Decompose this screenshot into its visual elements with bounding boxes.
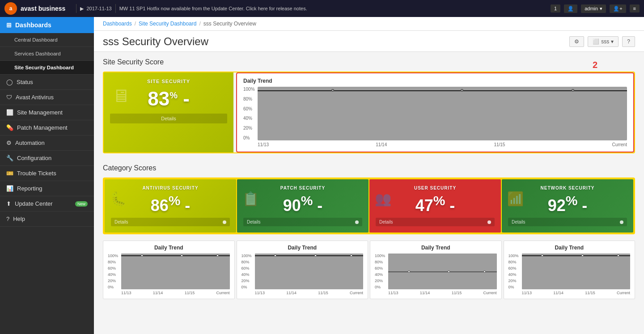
- antivirus-card-icon: 🐛: [110, 191, 127, 207]
- sidebar-item-label: Site Security Dashboard: [14, 65, 74, 70]
- mini-chart-inner-patch: [255, 254, 364, 289]
- mini-dot-2: [181, 254, 183, 257]
- score-number: 83: [148, 88, 169, 110]
- sidebar-item-label: Update Center: [15, 200, 53, 207]
- sidebar-item-site-management[interactable]: ⬜ Site Management: [0, 105, 94, 120]
- chart-y-labels: 100% 80% 60% 40% 20% 0%: [243, 87, 257, 140]
- mini-x-labels-antivirus: 11/13 11/14 11/15 Current: [121, 291, 230, 295]
- site-security-card-icon: 🖥: [112, 86, 130, 106]
- sidebar-item-patch-management[interactable]: 💊 Patch Management: [0, 120, 94, 135]
- mini-chart-user: 100% 80% 60% 40% 20% 0%: [375, 254, 497, 289]
- site-security-score-section: Site Security Score SITE SECURITY 🖥 83% …: [94, 52, 644, 164]
- mini-chart-inner-network: [522, 254, 631, 289]
- logo: a avast business: [4, 2, 65, 15]
- score-suffix: -: [178, 88, 190, 110]
- mini-dot-2: [581, 254, 584, 257]
- chart-dot-2: [461, 89, 463, 92]
- sidebar-item-configuration[interactable]: 🔧 Configuration: [0, 151, 94, 166]
- settings-btn[interactable]: ⚙: [569, 36, 584, 47]
- category-cards-wrapper: ANTIVIRUS SECURITY 🐛 86% - Details PATCH…: [103, 178, 635, 234]
- patch-security-card: PATCH SECURITY 📋 90% - Details: [237, 179, 369, 233]
- top-bar-actions: 1 👤 admin ▾ 👤+ ≡: [551, 4, 640, 13]
- breadcrumb: Dashboards / Site Security Dashboard / s…: [94, 17, 644, 31]
- content: Dashboards / Site Security Dashboard / s…: [94, 17, 644, 334]
- antivirus-details-btn[interactable]: Details: [111, 218, 230, 226]
- hamburger-btn[interactable]: ≡: [630, 4, 640, 13]
- mini-chart-line-antivirus: [121, 255, 230, 256]
- sidebar-item-services-dashboard[interactable]: Services Dashboard: [0, 47, 94, 61]
- mini-chart-line-patch: [255, 255, 364, 256]
- mini-dot-1: [274, 254, 276, 257]
- sidebar-item-update-center[interactable]: ⬆ Update Center New: [0, 196, 94, 211]
- mini-chart-network: 100% 80% 60% 40% 20% 0%: [508, 254, 631, 289]
- sidebar-item-automation[interactable]: ⚙ Automation: [0, 135, 94, 151]
- sidebar-item-central-dashboard[interactable]: Central Dashboard: [0, 33, 94, 47]
- mini-chart-antivirus: 100% 80% 60% 40% 20% 0%: [108, 254, 230, 289]
- breadcrumb-dashboards[interactable]: Dashboards: [103, 21, 132, 27]
- help-btn[interactable]: ?: [622, 36, 635, 47]
- user-details-btn[interactable]: Details: [376, 218, 495, 226]
- breadcrumb-site-security[interactable]: Site Security Dashboard: [139, 21, 196, 27]
- mini-chart-y-user: 100% 80% 60% 40% 20% 0%: [375, 254, 385, 289]
- top-bar-nav: ▶ 2017-11-13: [80, 6, 111, 12]
- notification-count: 1: [554, 6, 557, 11]
- sidebar-item-label: Trouble Tickets: [17, 170, 56, 177]
- mini-trend-network-title: Daily Trend: [508, 245, 631, 251]
- sidebar-item-reporting[interactable]: 📊 Reporting: [0, 181, 94, 196]
- mini-trend-network: Daily Trend 100% 80% 60% 40% 20% 0%: [504, 241, 636, 299]
- patch-card-title: PATCH SECURITY: [280, 186, 325, 190]
- mini-trend-patch-title: Daily Trend: [242, 245, 364, 251]
- network-card-title: NETWORK SECURITY: [541, 186, 595, 190]
- user-btn[interactable]: admin ▾: [581, 4, 606, 13]
- network-card-icon: 📶: [507, 191, 524, 207]
- sidebar-item-label: Central Dashboard: [14, 37, 58, 42]
- antivirus-card-value: 86% -: [151, 193, 191, 215]
- patch-details-btn[interactable]: Details: [243, 218, 362, 226]
- network-dot: [620, 220, 623, 224]
- user-card-title: USER SECURITY: [414, 186, 456, 190]
- category-scores-section: Category Scores ANTIVIRUS SECURITY 🐛 86%…: [94, 164, 644, 241]
- user-dot: [487, 220, 491, 224]
- site-security-card-value: 83% -: [148, 88, 190, 110]
- update-center-badge: New: [75, 201, 88, 207]
- mini-trend-user: Daily Trend 100% 80% 60% 40% 20% 0%: [370, 241, 502, 299]
- chart-dot-1: [331, 89, 334, 92]
- notification-btn[interactable]: 1: [551, 4, 560, 13]
- sidebar-item-help[interactable]: ? Help: [0, 211, 94, 227]
- sidebar-header[interactable]: ⊞ Dashboards: [0, 17, 94, 33]
- antivirus-dot: [223, 220, 226, 224]
- mini-trends-section: Daily Trend 100% 80% 60% 40% 20% 0%: [94, 241, 644, 304]
- mini-dot-3: [350, 254, 352, 257]
- chart-inner: [258, 87, 627, 140]
- antivirus-card-title: ANTIVIRUS SECURITY: [142, 186, 198, 190]
- category-scores-title: Category Scores: [103, 164, 635, 172]
- network-details-btn[interactable]: Details: [508, 218, 627, 226]
- sidebar-item-label: Avast Antivirus: [16, 94, 54, 101]
- site-btn[interactable]: ⬜ sss ▾: [588, 36, 619, 47]
- sidebar-item-avast-antivirus[interactable]: 🛡 Avast Antivirus: [0, 90, 94, 105]
- sidebar-item-status[interactable]: ◯ Status: [0, 75, 94, 90]
- mini-dot-2: [448, 271, 450, 273]
- sidebar-item-label: Reporting: [17, 185, 42, 192]
- site-security-details-btn[interactable]: Details: [110, 114, 227, 123]
- mini-trend-user-title: Daily Trend: [375, 245, 497, 251]
- sidebar-item-site-security-dashboard[interactable]: Site Security Dashboard: [0, 61, 94, 75]
- site-label: sss: [601, 38, 609, 45]
- score-row: SITE SECURITY 🖥 83% - Details 2 Daily Tr…: [103, 72, 635, 153]
- site-security-score-title: Site Security Score: [103, 58, 635, 66]
- mini-chart-inner-antivirus: [121, 254, 230, 289]
- mini-dot-1: [408, 271, 410, 273]
- user-icon-btn[interactable]: 👤: [564, 4, 577, 13]
- patch-card-icon: 📋: [242, 191, 259, 207]
- breadcrumb-current: sss Security Overview: [203, 21, 256, 27]
- sidebar-item-trouble-tickets[interactable]: 🎫 Trouble Tickets: [0, 166, 94, 181]
- top-bar-message[interactable]: MW 11 SP1 Hotfix now available from the …: [119, 6, 551, 11]
- mini-chart-line-network: [522, 255, 631, 256]
- network-security-card: NETWORK SECURITY 📶 92% - Details: [502, 179, 633, 233]
- profile-btn[interactable]: 👤+: [610, 4, 626, 13]
- header-actions: ⚙ ⬜ sss ▾ ?: [569, 36, 635, 47]
- breadcrumb-sep1: /: [135, 21, 136, 27]
- sidebar-item-label: Configuration: [17, 155, 51, 161]
- sidebar-item-label: Status: [17, 79, 33, 85]
- sidebar-header-label: Dashboards: [15, 21, 51, 29]
